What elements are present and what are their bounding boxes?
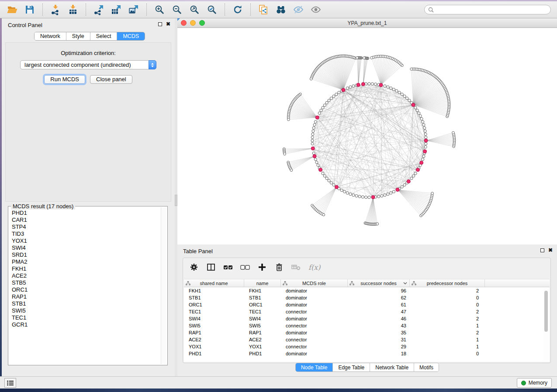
close-panel-button[interactable]: Close panel [90, 75, 132, 84]
table-row[interactable]: FKH1FKH1dominator962 [184, 287, 550, 294]
table-row[interactable]: TEC1TEC1connector472 [184, 308, 550, 315]
gear-icon[interactable] [189, 262, 199, 272]
run-mcds-button[interactable]: Run MCDS [44, 75, 85, 84]
show-all-eye-icon[interactable] [309, 3, 323, 16]
save-session-icon[interactable] [23, 3, 37, 16]
mcds-node-item[interactable]: TID3 [12, 230, 160, 237]
table-row[interactable]: STB1STB1dominator620 [184, 294, 550, 301]
mcds-node-item[interactable]: ORC1 [12, 286, 160, 293]
export-network-icon[interactable] [92, 3, 106, 16]
memory-button[interactable]: Memory [517, 378, 552, 388]
float-window-icon[interactable] [540, 248, 544, 252]
zoom-in-icon[interactable] [152, 3, 166, 16]
cell-predecessor_nodes: 1 [410, 322, 485, 329]
tab-motifs[interactable]: Motifs [414, 363, 439, 371]
table-row[interactable]: PHD1PHD1dominator180 [184, 350, 550, 357]
column-header-successor_nodes[interactable]: successor nodes [348, 279, 410, 287]
hide-selected-eye-icon[interactable] [291, 3, 305, 16]
import-table-icon[interactable] [66, 3, 80, 16]
mcds-node-item[interactable]: STB5 [12, 279, 160, 286]
import-network-icon[interactable] [48, 3, 62, 16]
close-window-icon[interactable] [181, 20, 187, 26]
sort-chevron-icon [403, 282, 407, 285]
mcds-node-item[interactable]: FKH1 [12, 265, 160, 272]
float-window-icon[interactable] [158, 22, 162, 26]
refresh-view-icon[interactable] [231, 3, 245, 16]
cell-shared_name: RAP1 [184, 329, 244, 336]
column-header-mcds_role[interactable]: MCDS role [281, 279, 348, 287]
mcds-node-item[interactable]: GCR1 [12, 321, 160, 328]
mcds-node-item[interactable]: YOX1 [12, 237, 160, 244]
cell-name: SWI4 [244, 315, 281, 322]
optimization-criterion-select[interactable]: largest connected component (undirected) [20, 60, 156, 69]
open-file-icon[interactable] [5, 3, 19, 16]
mcds-node-item[interactable]: RAP1 [12, 293, 160, 300]
mcds-result-scrollbar[interactable] [161, 207, 166, 364]
mcds-node-item[interactable]: STB1 [12, 300, 160, 307]
function-builder-icon[interactable]: f(x) [308, 263, 320, 272]
deselect-all-checkboxes-icon[interactable] [240, 262, 250, 272]
mcds-node-item[interactable]: PHD1 [12, 210, 160, 217]
cell-shared_name: ORC1 [184, 301, 244, 308]
mcds-node-item[interactable]: CAR1 [12, 217, 160, 224]
cell-mcds_role: connector [281, 336, 348, 343]
binoculars-search-icon[interactable] [274, 3, 288, 16]
delete-table-icon[interactable] [291, 262, 301, 272]
cell-predecessor_nodes: 0 [410, 350, 485, 357]
table-row[interactable]: RAP1RAP1dominator352 [184, 329, 550, 336]
cell-successor_nodes: 46 [348, 315, 410, 322]
minimize-window-icon[interactable] [190, 20, 196, 26]
column-header-predecessor_nodes[interactable]: predecessor nodes [410, 279, 485, 287]
table-row[interactable]: YOX1YOX1connector291 [184, 343, 550, 350]
tab-network[interactable]: Network [35, 32, 66, 40]
tab-node-table[interactable]: Node Table [296, 363, 333, 371]
table-scrollbar-thumb[interactable] [544, 291, 548, 332]
network-window-titlebar[interactable]: YPA_prune.txt_1 [177, 18, 557, 28]
zoom-out-icon[interactable] [170, 3, 184, 16]
export-image-icon[interactable] [127, 3, 141, 16]
mcds-node-item[interactable]: SWI5 [12, 307, 160, 314]
tab-style[interactable]: Style [66, 32, 90, 40]
table-scrollbar[interactable] [543, 288, 549, 360]
close-panel-icon[interactable]: ✖ [166, 22, 170, 26]
mcds-node-item[interactable]: STP4 [12, 224, 160, 230]
column-header-name[interactable]: name [244, 279, 281, 287]
zoom-selected-icon[interactable] [205, 3, 219, 16]
split-columns-icon[interactable] [206, 262, 216, 272]
close-panel-icon[interactable]: ✖ [548, 248, 553, 252]
mcds-node-item[interactable]: SWI4 [12, 244, 160, 251]
network-canvas[interactable] [177, 28, 557, 244]
tab-mcds[interactable]: MCDS [117, 32, 145, 40]
mcds-node-item[interactable]: PMA2 [12, 258, 160, 265]
cell-mcds_role: connector [281, 343, 348, 350]
mcds-result-box: MCDS result (17 nodes) PHD1CAR1STP4TID3Y… [8, 206, 168, 365]
export-table-icon[interactable] [109, 3, 123, 16]
column-header-shared_name[interactable]: shared name [184, 279, 244, 287]
maximize-window-icon[interactable] [199, 20, 205, 26]
column-header-label: predecessor nodes [427, 281, 468, 286]
mcds-node-item[interactable]: TEC1 [12, 314, 160, 321]
copy-share-document-icon[interactable] [256, 3, 270, 16]
table-row[interactable]: ACE2ACE2connector311 [184, 336, 550, 343]
select-all-checkboxes-icon[interactable] [223, 262, 233, 272]
tab-network-table[interactable]: Network Table [370, 363, 414, 371]
search-box[interactable] [424, 5, 551, 14]
add-column-icon[interactable] [257, 262, 267, 272]
table-row[interactable]: SWI5SWI5connector431 [184, 322, 550, 329]
toolbar-separator [42, 3, 43, 16]
search-input[interactable] [436, 7, 550, 13]
cell-predecessor_nodes: 2 [410, 287, 485, 294]
table-row[interactable]: SWI4SWI4dominator462 [184, 315, 550, 322]
table-row[interactable]: ORC1ORC1dominator610 [184, 301, 550, 308]
delete-column-icon[interactable] [274, 262, 284, 272]
task-history-button[interactable] [4, 378, 16, 388]
mcds-node-item[interactable]: SRD1 [12, 251, 160, 258]
cell-name: TEC1 [244, 308, 281, 315]
tab-select[interactable]: Select [90, 32, 118, 40]
cell-mcds_role: dominator [281, 350, 348, 357]
cell-predecessor_nodes: 2 [410, 308, 485, 315]
tab-edge-table[interactable]: Edge Table [333, 363, 370, 371]
mcds-node-item[interactable]: ACE2 [12, 272, 160, 279]
table-panel-inner: f(x) shared namenameMCDS rolesuccessor n… [183, 258, 551, 363]
zoom-fit-icon[interactable] [187, 3, 201, 16]
